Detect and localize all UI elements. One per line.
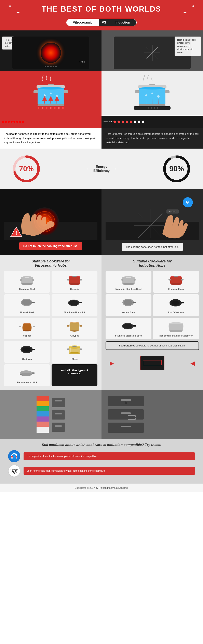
list-item: Flat Bottom Stainless Steel Wok bbox=[153, 318, 199, 339]
cookware-item-label: Iron / Cast Iron bbox=[168, 311, 184, 314]
svg-rect-131 bbox=[52, 398, 65, 407]
cookware-item-label: Flat Aluminum Wok bbox=[17, 381, 37, 384]
svg-point-104 bbox=[126, 277, 131, 278]
enameled-iron-icon bbox=[168, 274, 184, 286]
svg-rect-126 bbox=[36, 406, 49, 412]
induction-pot-svg bbox=[132, 75, 172, 112]
red-dot bbox=[22, 121, 24, 123]
tip-text-1: If a magnet sticks to the bottom of your… bbox=[24, 452, 195, 460]
magnetic-ss-icon bbox=[120, 274, 136, 286]
svg-point-36 bbox=[151, 107, 152, 108]
svg-rect-91 bbox=[67, 348, 70, 350]
induction-tooltip: Heat is transferred directly to the cook… bbox=[174, 36, 201, 56]
vitro-strip-dots bbox=[2, 121, 24, 123]
flat-aluminum-wok-icon bbox=[19, 367, 35, 380]
vs-pill: Vitroceramic VS Induction bbox=[66, 19, 136, 26]
right-arrow-icon: ◀ bbox=[190, 360, 195, 366]
induction-label: Induction bbox=[110, 19, 136, 26]
all-other-label: And all other types of cookware. bbox=[53, 367, 96, 377]
star-decoration: ✦ bbox=[183, 10, 187, 16]
svg-point-4 bbox=[44, 94, 46, 96]
svg-rect-110 bbox=[174, 276, 178, 277]
svg-rect-94 bbox=[70, 348, 71, 352]
star-decoration: ✦ bbox=[191, 4, 195, 9]
svg-point-3 bbox=[38, 87, 64, 90]
red-dot bbox=[19, 121, 21, 123]
svg-rect-146 bbox=[11, 458, 13, 458]
arrow-left-icon: ← bbox=[86, 166, 90, 172]
induction-safe-box: The cooking zone does not feel hot after… bbox=[122, 243, 183, 251]
cast-iron-induction-icon bbox=[168, 297, 184, 310]
cookware-item-label: Flat Bottom Stainless Steel Wok bbox=[159, 334, 193, 337]
svg-point-35 bbox=[148, 107, 149, 108]
svg-rect-67 bbox=[80, 279, 82, 280]
stainless-steel-icon bbox=[19, 274, 35, 286]
ind-ctrl-active bbox=[142, 120, 144, 123]
vs-bar: Vitroceramic VS Induction bbox=[0, 17, 203, 30]
induction-description: Heat is transferred through an electroma… bbox=[102, 128, 203, 148]
header: ✦ ✦ ✦ ✦ THE BEST OF BOTH WORLDS bbox=[0, 0, 203, 17]
page-title: THE BEST OF BOTH WORLDS bbox=[4, 5, 199, 14]
ss-nonstick-icon bbox=[120, 320, 136, 333]
cookware-item-label: Normal Steel bbox=[20, 311, 34, 314]
svg-text:Induction: Induction bbox=[10, 468, 18, 470]
cookware-item-label: Glass bbox=[72, 358, 78, 360]
boiling-section bbox=[0, 71, 203, 116]
svg-rect-137 bbox=[108, 396, 144, 406]
energy-center-label: ← Energy Efficiency → bbox=[86, 165, 117, 173]
svg-point-139 bbox=[125, 402, 127, 404]
svg-rect-32 bbox=[165, 90, 170, 93]
copper-icon bbox=[19, 320, 35, 333]
vitro-description: The heat is not provided directly to the… bbox=[0, 128, 102, 148]
ind-ctrl-active bbox=[138, 120, 140, 123]
vitro-touch-visual: ! bbox=[4, 193, 98, 240]
induction-cookware: Suitable Cookware for Induction Hobs Mag… bbox=[102, 255, 203, 390]
svg-rect-112 bbox=[133, 302, 136, 303]
cookware-item-label: Enameled Iron bbox=[168, 288, 184, 290]
svg-rect-98 bbox=[20, 374, 22, 375]
vitroceramic-cooktop: Heat is transferred through the top plat… bbox=[0, 30, 102, 71]
ind-ctrl bbox=[114, 120, 116, 123]
svg-rect-83 bbox=[80, 325, 82, 326]
red-dot bbox=[2, 121, 4, 123]
vitro-cookware-grid: Stainless Steel Ceramic bbox=[4, 271, 98, 386]
ind-ctrl bbox=[126, 120, 128, 123]
svg-rect-108 bbox=[168, 279, 171, 280]
svg-rect-85 bbox=[32, 349, 35, 350]
svg-rect-60 bbox=[20, 279, 22, 281]
svg-point-107 bbox=[170, 283, 182, 285]
ind-ctrl-active bbox=[134, 120, 136, 123]
ind-ctrl bbox=[118, 120, 120, 123]
ctrl-dot bbox=[45, 66, 46, 68]
svg-rect-77 bbox=[19, 326, 21, 328]
svg-point-113 bbox=[124, 300, 132, 305]
svg-rect-93 bbox=[72, 346, 76, 347]
list-item: Flat Aluminum Wok bbox=[4, 364, 50, 386]
svg-rect-130 bbox=[36, 427, 49, 433]
svg-rect-33 bbox=[139, 104, 166, 106]
list-item: Aluminum Non-stick bbox=[52, 294, 98, 316]
ctrl-dot bbox=[50, 66, 52, 68]
svg-rect-102 bbox=[122, 279, 124, 281]
svg-rect-64 bbox=[69, 277, 80, 284]
flat-bottom-text: cookware is ideal for uniform heat distr… bbox=[135, 344, 185, 347]
svg-rect-66 bbox=[67, 279, 70, 280]
svg-rect-82 bbox=[67, 325, 69, 326]
svg-rect-78 bbox=[33, 326, 35, 328]
list-item: Stainless Steel bbox=[4, 271, 50, 293]
svg-point-16 bbox=[46, 107, 48, 109]
vitro-burner bbox=[40, 42, 61, 63]
svg-point-24 bbox=[139, 87, 166, 90]
list-item: Copper bbox=[4, 318, 50, 339]
star-decoration: ✦ bbox=[16, 10, 20, 16]
cooktop-controls bbox=[45, 66, 57, 68]
svg-rect-115 bbox=[181, 302, 184, 304]
glass-icon bbox=[66, 344, 82, 356]
svg-point-120 bbox=[123, 324, 132, 328]
svg-rect-147 bbox=[16, 458, 17, 458]
vitro-gauge: 70% bbox=[12, 155, 40, 183]
svg-rect-138 bbox=[121, 399, 131, 401]
svg-rect-128 bbox=[36, 416, 49, 422]
vitro-desc-text: The heat is not provided directly to the… bbox=[4, 132, 98, 144]
red-dot bbox=[8, 121, 10, 123]
